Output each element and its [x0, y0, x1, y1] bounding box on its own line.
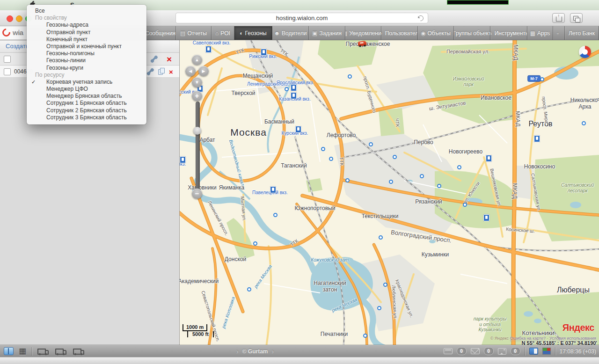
- map-canvas: [180, 40, 599, 345]
- edit-properties-icon[interactable]: [149, 54, 159, 64]
- pan-up-button[interactable]: ▲: [192, 55, 202, 65]
- pan-right-button[interactable]: ▶: [198, 66, 209, 76]
- truck-routes-icon[interactable]: [55, 348, 67, 355]
- tab-notifications[interactable]: ▦Уведомления: [345, 26, 381, 40]
- tab-unit-groups[interactable]: ◈Группы объектов: [454, 26, 490, 40]
- railway-station-icon: [486, 155, 492, 162]
- dropdown-item[interactable]: Менеджер ЦФО: [27, 86, 146, 93]
- dropdown-item[interactable]: Геозоны-линии: [27, 57, 146, 64]
- dropdown-item[interactable]: Менеджер Брянская область: [27, 93, 146, 100]
- metro-station-icon: [383, 283, 387, 287]
- users-icon: ☻: [381, 30, 383, 36]
- metro-station-icon: [363, 334, 367, 338]
- clock: 17:08:36 (+03): [560, 348, 596, 355]
- jobs-icon: ▣: [312, 30, 317, 36]
- edit-geofence-icon[interactable]: [146, 67, 155, 76]
- minimize-window-button[interactable]: [16, 15, 22, 22]
- tab-jobs[interactable]: ▣Задания: [309, 26, 345, 40]
- address-bar[interactable]: hosting.wialon.com: [175, 13, 428, 23]
- zoom-slider-handle[interactable]: [193, 127, 201, 135]
- tab-label: Задания: [319, 30, 341, 36]
- notifications-icon: ▦: [345, 30, 347, 36]
- yandex-logo[interactable]: Яндекс: [562, 322, 594, 333]
- gurtam-copyright[interactable]: © Gurtam: [242, 348, 268, 355]
- zoom-in-button[interactable]: +: [192, 91, 202, 101]
- wialon-swirl-icon: [1, 27, 12, 38]
- toggle-panel-button[interactable]: [4, 347, 14, 355]
- dropdown-item[interactable]: Геозоны-полигоны: [27, 50, 146, 57]
- tab-apps[interactable]: ▩Apps: [527, 26, 553, 40]
- metro-station-icon: [285, 87, 289, 91]
- create-geofence-button[interactable]: Создать: [6, 43, 29, 50]
- dropdown-item[interactable]: Все: [27, 7, 146, 15]
- chevron-right-icon[interactable]: ›: [272, 348, 274, 355]
- reload-icon[interactable]: [417, 15, 425, 22]
- metro-station-icon: [420, 174, 424, 178]
- share-button[interactable]: [552, 13, 565, 23]
- geofence-checkbox[interactable]: [4, 68, 11, 75]
- zoom-out-button[interactable]: −: [192, 189, 202, 199]
- tab-tools[interactable]: ✎Инструменты: [490, 26, 527, 40]
- requests-counter-icon[interactable]: [471, 348, 480, 354]
- guide-book-icon[interactable]: [529, 348, 538, 355]
- metro-station-icon: [389, 180, 393, 184]
- dropdown-item[interactable]: Сотрудник 3 Брянская область: [27, 114, 146, 121]
- media-counter-icon[interactable]: [498, 348, 506, 355]
- tab-label: Пользователи: [385, 30, 418, 36]
- tab-label: Apps: [537, 30, 550, 36]
- metro-station-icon: [369, 142, 373, 146]
- units-icon: ◉: [421, 30, 425, 36]
- attribution-copyright: © Яндекс: [490, 336, 509, 341]
- sms-counter-icon[interactable]: [444, 348, 453, 354]
- chevron-left-icon[interactable]: ›: [236, 348, 239, 355]
- dropdown-item[interactable]: Конечный пункт: [27, 36, 146, 43]
- tab-users[interactable]: ☻Пользователи: [381, 26, 418, 40]
- tab-geofences[interactable]: ◐Геозоны: [234, 26, 272, 40]
- metro-station-icon: [437, 184, 441, 188]
- tab-poi[interactable]: ⌂POI: [212, 26, 234, 40]
- wialon-logo[interactable]: wia: [0, 26, 27, 40]
- sms-counter-badge: 0: [457, 347, 467, 355]
- copy-geofence-icon[interactable]: [158, 68, 165, 75]
- map-layers-icon[interactable]: [542, 348, 551, 355]
- close-window-button[interactable]: [7, 15, 13, 22]
- tab-label: Отчеты: [187, 30, 206, 36]
- tab-units[interactable]: ◉Объекты: [418, 26, 454, 40]
- pan-left-button[interactable]: ◀: [185, 66, 196, 76]
- select-all-checkbox[interactable]: [4, 56, 11, 63]
- map[interactable]: МоскваРеутовЛюберцыКотельникиТверскойМещ…: [180, 40, 599, 345]
- truck-monitoring-icon[interactable]: [37, 348, 50, 355]
- dropdown-item[interactable]: Сотрудник 1 Брянская область: [27, 100, 146, 107]
- dropdown-item[interactable]: Сотрудник 2 Брянская область: [27, 107, 146, 114]
- railway-station-icon: [270, 186, 276, 193]
- grid-view-icon[interactable]: ▦: [19, 347, 26, 355]
- metro-station-icon: [273, 213, 278, 217]
- tab-drivers[interactable]: ☻Водители: [272, 26, 309, 40]
- tab-mini[interactable]: ▫: [553, 26, 565, 40]
- dropdown-item[interactable]: Отправной пункт: [27, 29, 146, 36]
- metro-station-icon: [582, 121, 586, 125]
- menubar-status-widget: [447, 0, 509, 5]
- vehicle-marker[interactable]: [358, 41, 367, 46]
- metro-station-icon: [253, 241, 257, 246]
- pan-down-button[interactable]: ▼: [192, 77, 202, 87]
- scale-imperial: 5000 ft: [187, 331, 214, 337]
- delete-geofence-icon[interactable]: ×: [169, 68, 173, 75]
- tab-label: Лето Банк: [569, 30, 595, 36]
- dropdown-item[interactable]: Отправной и конечный пункт: [27, 43, 146, 50]
- zoom-slider-track[interactable]: [196, 102, 200, 193]
- dropdown-item[interactable]: Геозоны-круги: [27, 65, 146, 72]
- loading-spinner: [579, 46, 591, 58]
- dropdown-item[interactable]: ✓Корневая учетная запись: [27, 79, 146, 86]
- dropdown-item[interactable]: Геозоны-адреса: [27, 22, 146, 29]
- tab-account[interactable]: Лето Банк: [565, 26, 599, 40]
- drivers-icon: ☻: [274, 30, 280, 36]
- tab-reports[interactable]: ▤Отчеты: [176, 26, 212, 40]
- reports-icon: ▤: [180, 30, 185, 36]
- metro-station-icon: [348, 74, 352, 79]
- truck-add-icon[interactable]: [73, 348, 85, 355]
- railway-station-icon: [295, 126, 301, 133]
- metro-station-icon: [540, 77, 544, 81]
- tab-overview-button[interactable]: [570, 13, 583, 23]
- delete-all-icon[interactable]: ×: [167, 55, 172, 64]
